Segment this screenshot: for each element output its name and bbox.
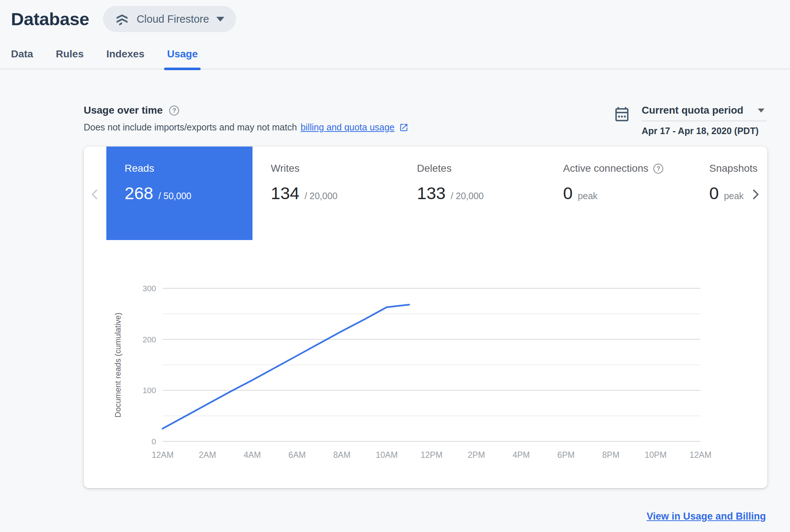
- card-label: Deletes: [417, 163, 452, 174]
- chevron-down-icon: [758, 109, 764, 113]
- svg-text:4PM: 4PM: [513, 450, 530, 460]
- calendar-icon: [613, 106, 631, 125]
- metric-card-active-connections[interactable]: Active connections ? 0 peak: [545, 147, 691, 240]
- metric-card-writes[interactable]: Writes 134 / 20,000: [252, 147, 399, 240]
- svg-text:6AM: 6AM: [288, 450, 305, 460]
- firestore-icon: [115, 12, 129, 26]
- billing-quota-link[interactable]: billing and quota usage: [301, 122, 395, 133]
- card-peak-label: peak: [578, 191, 597, 201]
- card-value: 268: [125, 183, 153, 203]
- quota-period-range: Apr 17 - Apr 18, 2020 (PDT): [642, 126, 767, 136]
- card-quota: / 50,000: [158, 191, 191, 201]
- svg-text:10PM: 10PM: [645, 450, 666, 460]
- card-quota: / 20,000: [451, 191, 483, 201]
- card-label: Snapshots: [709, 163, 757, 174]
- card-label: Active connections: [563, 163, 648, 174]
- svg-text:8PM: 8PM: [602, 450, 619, 460]
- svg-text:12AM: 12AM: [152, 450, 174, 460]
- header: Database Cloud Firestore: [0, 0, 790, 32]
- page-title: Database: [11, 9, 89, 29]
- card-value: 0: [563, 183, 573, 203]
- tab-data[interactable]: Data: [11, 48, 33, 69]
- footer: View in Usage and Billing: [0, 511, 766, 522]
- card-label: Reads: [125, 163, 154, 174]
- section-subtitle: Does not include imports/exports and may…: [84, 122, 409, 133]
- svg-text:200: 200: [143, 335, 156, 344]
- card-label: Writes: [271, 163, 300, 174]
- help-icon[interactable]: ?: [169, 106, 179, 115]
- svg-text:12PM: 12PM: [421, 450, 443, 460]
- help-icon[interactable]: ?: [653, 164, 663, 174]
- usage-chart-area: 010020030012AM2AM4AM6AM8AM10AM12PM2PM4PM…: [84, 267, 767, 479]
- document-reads-line-chart: 010020030012AM2AM4AM6AM8AM10AM12PM2PM4PM…: [84, 267, 767, 479]
- card-quota: / 20,000: [304, 191, 337, 201]
- svg-text:10AM: 10AM: [376, 450, 398, 460]
- usage-header: Usage over time ? Does not include impor…: [84, 104, 767, 136]
- svg-text:2PM: 2PM: [468, 450, 485, 460]
- svg-text:0: 0: [152, 437, 156, 446]
- tab-bar: Data Rules Indexes Usage: [0, 32, 790, 69]
- open-in-new-icon[interactable]: [398, 123, 409, 132]
- svg-text:300: 300: [143, 284, 156, 293]
- chevron-down-icon: [216, 17, 224, 22]
- cards-track: Reads 268 / 50,000 Writes 134 / 20,000 D…: [106, 147, 767, 240]
- usage-panel: Reads 268 / 50,000 Writes 134 / 20,000 D…: [84, 147, 767, 488]
- tab-indexes[interactable]: Indexes: [106, 48, 144, 69]
- metric-cards-carousel: Reads 268 / 50,000 Writes 134 / 20,000 D…: [84, 147, 767, 240]
- carousel-right-button[interactable]: [749, 188, 761, 202]
- carousel-left-button[interactable]: [89, 188, 101, 202]
- section-title: Usage over time: [84, 104, 163, 116]
- svg-text:6PM: 6PM: [557, 450, 574, 460]
- product-selector-label: Cloud Firestore: [137, 13, 209, 25]
- product-selector[interactable]: Cloud Firestore: [103, 6, 236, 32]
- svg-text:2AM: 2AM: [199, 450, 216, 460]
- quota-period-label: Current quota period: [642, 104, 743, 116]
- card-value: 134: [271, 183, 299, 203]
- svg-text:100: 100: [143, 386, 156, 395]
- svg-text:12AM: 12AM: [690, 450, 711, 460]
- card-value: 0: [709, 183, 719, 203]
- metric-card-reads[interactable]: Reads 268 / 50,000: [106, 147, 252, 240]
- view-usage-billing-link[interactable]: View in Usage and Billing: [646, 511, 766, 522]
- subtitle-text: Does not include imports/exports and may…: [84, 122, 297, 133]
- card-value: 133: [417, 183, 445, 203]
- tab-rules[interactable]: Rules: [56, 48, 84, 69]
- metric-card-deletes[interactable]: Deletes 133 / 20,000: [399, 147, 545, 240]
- tab-usage[interactable]: Usage: [167, 48, 198, 69]
- card-peak-label: peak: [724, 191, 744, 201]
- quota-period-select[interactable]: Current quota period: [642, 104, 767, 121]
- svg-text:8AM: 8AM: [333, 450, 350, 460]
- svg-text:4AM: 4AM: [244, 450, 261, 460]
- svg-text:Document reads (cumulative): Document reads (cumulative): [113, 312, 122, 417]
